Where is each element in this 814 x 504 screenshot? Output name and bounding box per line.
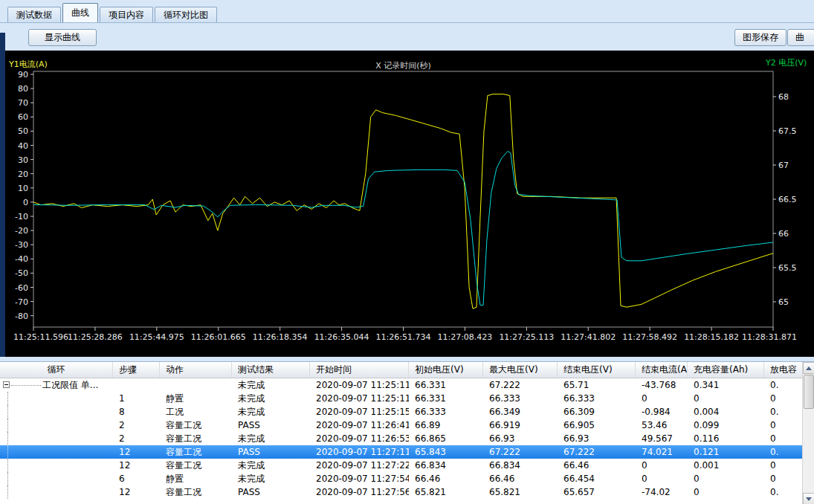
column-header[interactable]: 结束电压(V): [558, 362, 636, 378]
table-row[interactable]: 6静置未完成2020-09-07 11:27:5466.4666.4666.45…: [0, 472, 814, 485]
cell: 0.116: [688, 432, 764, 445]
svg-text:11:27:58.492: 11:27:58.492: [622, 332, 677, 342]
cell: 66.905: [558, 419, 636, 432]
table-row[interactable]: 2容量工况未完成2020-09-07 11:26:5366.86566.9366…: [0, 432, 814, 445]
scroll-down-button[interactable]: [803, 493, 814, 504]
cell: 66.834: [483, 459, 558, 472]
column-header[interactable]: 结束电流(A): [636, 362, 688, 378]
arrow-down-icon: [806, 497, 812, 501]
cell: 0.: [764, 378, 803, 392]
svg-text:70: 70: [18, 98, 28, 108]
cell: 65.657: [558, 485, 636, 499]
column-header[interactable]: 放电容: [764, 362, 803, 378]
table-row[interactable]: 工况限值 单...未完成2020-09-07 11:25:1166.33167.…: [0, 378, 814, 392]
cell: 工况限值 单...: [0, 378, 113, 392]
cell: 未完成: [232, 472, 310, 485]
table-row[interactable]: 12容量工况PASS2020-09-07 11:27:1165.84367.22…: [0, 445, 814, 459]
cell: [0, 472, 113, 485]
column-header[interactable]: 动作: [160, 362, 232, 378]
cell: 未完成: [232, 378, 310, 392]
partial-curve-button[interactable]: 曲: [787, 29, 814, 46]
cell: 0: [636, 472, 688, 485]
cell: 6: [113, 472, 160, 485]
cell: 66.919: [483, 419, 558, 432]
table-row[interactable]: 12容量工况未完成2020-09-07 11:27:2266.83466.834…: [0, 459, 814, 472]
cell: 66.46: [409, 472, 483, 485]
cell: 0: [688, 485, 764, 499]
svg-text:67.5: 67.5: [778, 126, 797, 136]
scrollbar-thumb[interactable]: [804, 375, 814, 409]
cell: 0.: [764, 485, 803, 499]
cell: 容量工况: [160, 445, 232, 459]
table-row[interactable]: 8工况未完成2020-09-07 11:25:1566.33366.34966.…: [0, 405, 814, 419]
column-header[interactable]: 步骤: [113, 362, 160, 378]
cell: 49.567: [636, 432, 688, 445]
scroll-up-button[interactable]: [803, 362, 814, 374]
cell: -0.984: [636, 405, 688, 419]
tab-curve[interactable]: 曲线: [62, 3, 98, 22]
cell: 65.821: [409, 485, 483, 499]
tab-cycle-compare[interactable]: 循环对比图: [155, 7, 217, 22]
cell: 未完成: [232, 405, 310, 419]
cell: 0.341: [688, 378, 764, 392]
svg-text:11:25:44.975: 11:25:44.975: [129, 332, 184, 342]
svg-text:11:27:25.113: 11:27:25.113: [499, 332, 554, 342]
cell: 66.834: [409, 459, 483, 472]
cell: 静置: [160, 392, 232, 405]
cell: 2020-09-07 11:26:53: [310, 432, 409, 445]
cell: 12: [113, 445, 160, 459]
table-row[interactable]: 12容量工况PASS2020-09-07 11:27:5665.82165.82…: [0, 485, 814, 499]
cell: 66.333: [483, 392, 558, 405]
cell: 0: [636, 459, 688, 472]
toolbar: 显示曲线 图形保存 曲: [0, 24, 814, 51]
cell: [0, 405, 113, 419]
svg-text:0: 0: [23, 198, 28, 207]
svg-text:-70: -70: [15, 297, 28, 307]
cell: 0.: [764, 405, 803, 419]
cell: [113, 378, 160, 392]
cell: 0: [764, 459, 803, 472]
column-header[interactable]: 初始电压(V): [409, 362, 483, 378]
table-row[interactable]: 1静置未完成2020-09-07 11:25:1166.33166.33366.…: [0, 392, 814, 405]
panel-edge-strip: [0, 33, 5, 357]
cell: 未完成: [232, 432, 310, 445]
tab-project-content[interactable]: 项目内容: [100, 7, 153, 22]
svg-text:20: 20: [18, 169, 28, 179]
cell: 2020-09-07 11:26:41: [310, 419, 409, 432]
svg-text:-40: -40: [15, 254, 28, 264]
cell: 容量工况: [160, 419, 232, 432]
svg-text:10: 10: [18, 184, 28, 193]
tree-collapse-icon[interactable]: [3, 381, 10, 388]
cell: 2020-09-07 11:27:54: [310, 472, 409, 485]
cell: 0: [764, 419, 803, 432]
column-header[interactable]: 充电容量(Ah): [688, 362, 764, 378]
cell: 66.349: [483, 405, 558, 419]
cell: PASS: [232, 419, 310, 432]
column-header[interactable]: 最大电压(V): [483, 362, 558, 378]
svg-text:-50: -50: [15, 268, 28, 278]
tree-line: [11, 385, 41, 386]
table-row[interactable]: 2容量工况PASS2020-09-07 11:26:4166.8966.9196…: [0, 419, 814, 432]
cell: 2020-09-07 11:25:11: [310, 392, 409, 405]
save-graph-button[interactable]: 图形保存: [734, 29, 786, 46]
column-header[interactable]: 循环: [0, 362, 113, 378]
svg-text:11:28:31.871: 11:28:31.871: [742, 332, 797, 342]
column-header[interactable]: 测试结果: [232, 362, 310, 378]
cell: 2020-09-07 11:27:11: [310, 445, 409, 459]
tab-test-data[interactable]: 测试数据: [7, 7, 61, 22]
cell: 未完成: [232, 459, 310, 472]
svg-text:65: 65: [778, 297, 789, 307]
curve-chart[interactable]: 9080706050403020100-10-20-30-40-50-60-70…: [0, 51, 814, 357]
show-curve-button[interactable]: 显示曲线: [28, 29, 97, 46]
column-header[interactable]: 开始时间: [310, 362, 409, 378]
cell: [0, 392, 113, 405]
svg-text:90: 90: [18, 70, 28, 80]
svg-text:11:27:41.802: 11:27:41.802: [561, 332, 616, 342]
cell: 66.331: [409, 392, 483, 405]
tab-bar: 测试数据 曲线 项目内容 循环对比图: [0, 0, 814, 23]
cell: 未完成: [232, 392, 310, 405]
cell: 65.843: [409, 445, 483, 459]
cell: 1: [113, 392, 160, 405]
svg-text:66.5: 66.5: [778, 195, 797, 204]
vertical-scrollbar[interactable]: [802, 362, 814, 504]
